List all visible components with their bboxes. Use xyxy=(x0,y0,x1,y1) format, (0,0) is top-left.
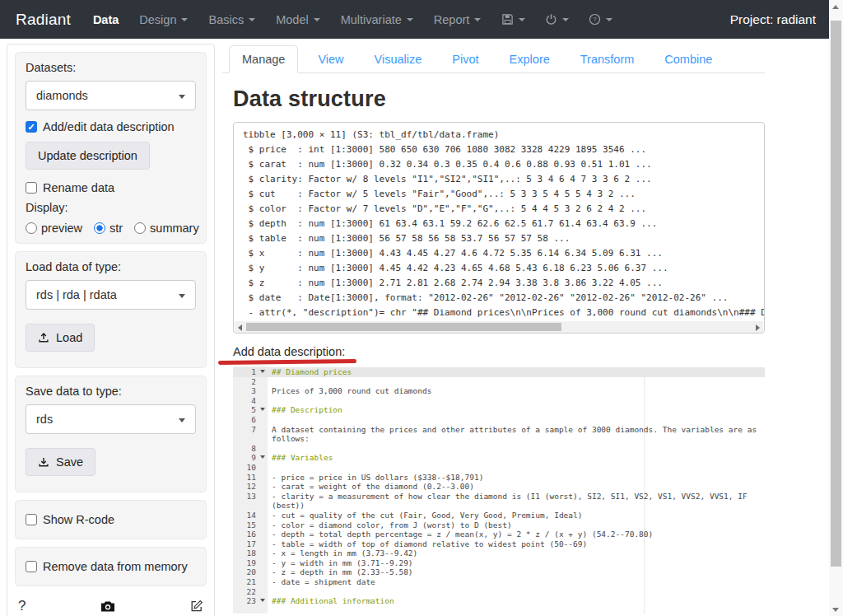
tab-pivot[interactable]: Pivot xyxy=(441,46,489,72)
caret-down-icon xyxy=(562,18,569,21)
editor-line[interactable]: 6 xyxy=(233,415,765,425)
fold-arrow-icon[interactable] xyxy=(260,455,265,459)
caret-down-icon xyxy=(314,18,320,21)
caret-down-icon xyxy=(181,18,188,21)
vertical-scrollbar-thumb[interactable] xyxy=(831,21,841,567)
fold-arrow-icon[interactable] xyxy=(260,408,265,411)
caret-down-icon xyxy=(407,18,413,21)
caret-down-icon xyxy=(179,418,185,422)
editor-line[interactable]: 9### Variables xyxy=(233,453,765,463)
editor-line-text xyxy=(268,444,765,454)
help-menu[interactable]: ? xyxy=(589,13,612,26)
editor-line[interactable]: 7A dataset containing the prices and oth… xyxy=(233,425,765,444)
editor-line-number: 6 xyxy=(233,415,268,425)
editor-line[interactable]: 16- depth = total depth percentage = z /… xyxy=(233,530,765,539)
caret-down-icon xyxy=(474,18,481,21)
editor-line[interactable]: 20- z = depth in mm (2.33--5.58) xyxy=(233,567,765,577)
editor-line[interactable]: 17- table = width of top of diamond rela… xyxy=(233,539,765,549)
editor-line[interactable]: 2 xyxy=(233,377,765,387)
description-label: Add data description: xyxy=(233,345,345,358)
remove-data-label: Remove data from memory xyxy=(43,560,188,573)
scroll-up-arrow-icon[interactable] xyxy=(832,5,839,9)
save-icon xyxy=(501,13,514,26)
editor-line[interactable]: 22 xyxy=(233,587,765,597)
editor-line[interactable]: 21- date = shipment date xyxy=(233,577,765,587)
nav-item-model[interactable]: Model xyxy=(276,13,320,26)
editor-line[interactable]: 4 xyxy=(233,396,765,406)
remove-data-checkbox[interactable]: Remove data from memory xyxy=(26,560,196,573)
radio-selected-icon xyxy=(94,222,105,234)
show-r-code-checkbox[interactable]: Show R-code xyxy=(26,513,196,526)
nav-item-report[interactable]: Report xyxy=(434,13,482,26)
editor-line[interactable]: 15- color = diamond color, from J (worst… xyxy=(233,520,765,530)
editor-line-number: 9 xyxy=(233,453,268,463)
tab-explore[interactable]: Explore xyxy=(499,46,561,72)
add-edit-description-checkbox[interactable]: ✓ Add/edit data description xyxy=(26,120,196,133)
editor-line-text: - x = length in mm (3.73--9.42) xyxy=(268,548,765,558)
nav-item-basics[interactable]: Basics xyxy=(208,13,255,26)
horizontal-scrollbar-thumb[interactable] xyxy=(246,323,561,331)
load-type-select[interactable]: rds | rda | rdata xyxy=(26,280,196,310)
display-radio-preview[interactable]: preview xyxy=(26,222,82,235)
power-menu[interactable] xyxy=(545,13,569,26)
scroll-down-arrow-icon[interactable] xyxy=(832,608,839,612)
nav-item-design[interactable]: Design xyxy=(139,13,188,26)
editor-line[interactable]: 14- cut = quality of the cut (Fair, Good… xyxy=(233,511,765,520)
fold-arrow-icon[interactable] xyxy=(260,370,265,373)
editor-line[interactable]: 5### Description xyxy=(233,405,765,415)
fold-arrow-icon[interactable] xyxy=(260,599,265,602)
editor-line-text: - color = diamond color, from J (worst) … xyxy=(268,520,765,530)
editor-line[interactable]: 12- carat = weight of the diamond (0.2--… xyxy=(233,482,765,492)
datasets-select[interactable]: diamonds xyxy=(26,81,196,110)
horizontal-scrollbar[interactable] xyxy=(235,321,763,333)
nav-item-data[interactable]: Data xyxy=(93,13,119,26)
editor-line-number: 22 xyxy=(233,587,268,597)
save-menu[interactable] xyxy=(501,13,525,26)
editor-line[interactable]: 1## Diamond prices xyxy=(233,367,765,377)
edit-icon[interactable] xyxy=(190,600,203,613)
tab-manage[interactable]: Manage xyxy=(229,45,298,73)
load-button[interactable]: Load xyxy=(26,324,95,352)
editor-line-text xyxy=(268,377,765,387)
vertical-scrollbar[interactable] xyxy=(829,0,843,616)
display-radio-group: previewstrsummary xyxy=(26,222,196,235)
editor-line-text: - depth = total depth percentage = z / m… xyxy=(268,530,765,539)
editor-line-text: - z = depth in mm (2.33--5.58) xyxy=(268,567,765,577)
nav-item-multivariate[interactable]: Multivariate xyxy=(341,13,413,26)
rename-data-checkbox[interactable]: Rename data xyxy=(26,181,196,194)
display-radio-str[interactable]: str xyxy=(94,222,123,235)
tab-transform[interactable]: Transform xyxy=(570,46,645,72)
editor-lines: 1## Diamond prices23Prices of 3,000 roun… xyxy=(233,366,765,606)
description-editor[interactable]: 1## Diamond prices23Prices of 3,000 roun… xyxy=(233,366,765,614)
editor-line[interactable]: 23### Additional information xyxy=(233,596,765,606)
editor-line[interactable]: 13- clarity = a measurement of how clear… xyxy=(233,492,765,511)
project-label: Project: radiant xyxy=(730,12,816,27)
editor-line-number: 17 xyxy=(233,539,268,549)
save-button[interactable]: Save xyxy=(26,448,95,476)
editor-line[interactable]: 11- price = price in US dollars ($338--$… xyxy=(233,473,765,483)
tab-combine[interactable]: Combine xyxy=(654,46,723,72)
question-mark-icon[interactable]: ? xyxy=(18,598,26,614)
editor-line[interactable]: 10 xyxy=(233,463,765,473)
editor-line-number: 11 xyxy=(233,473,268,483)
editor-line[interactable]: 18- x = length in mm (3.73--9.42) xyxy=(233,548,765,558)
editor-line[interactable]: 19- y = width in mm (3.71--9.29) xyxy=(233,558,765,568)
camera-icon[interactable] xyxy=(100,600,115,613)
navbar: Radiant DataDesignBasicsModelMultivariat… xyxy=(0,0,829,39)
editor-line[interactable]: 3Prices of 3,000 round cut diamonds xyxy=(233,386,765,396)
editor-line-text: - cut = quality of the cut (Fair, Good, … xyxy=(268,511,765,520)
editor-line-text: - table = width of top of diamond relati… xyxy=(268,539,765,549)
update-description-button[interactable]: Update description xyxy=(26,142,150,170)
save-type-select[interactable]: rds xyxy=(26,404,196,434)
editor-line-number: 3 xyxy=(233,386,268,396)
app-brand[interactable]: Radiant xyxy=(16,11,71,29)
scroll-left-arrow-icon[interactable] xyxy=(238,324,242,331)
navbar-icon-menu: ? xyxy=(501,13,632,26)
sidebar: Datasets: diamonds ✓ Add/edit data descr… xyxy=(7,44,215,616)
editor-line[interactable]: 8 xyxy=(233,444,765,454)
tab-visualize[interactable]: Visualize xyxy=(364,46,433,72)
display-radio-summary[interactable]: summary xyxy=(134,222,199,235)
editor-line-number: 23 xyxy=(233,596,268,606)
scroll-right-arrow-icon[interactable] xyxy=(756,324,760,331)
tab-view[interactable]: View xyxy=(307,46,354,72)
